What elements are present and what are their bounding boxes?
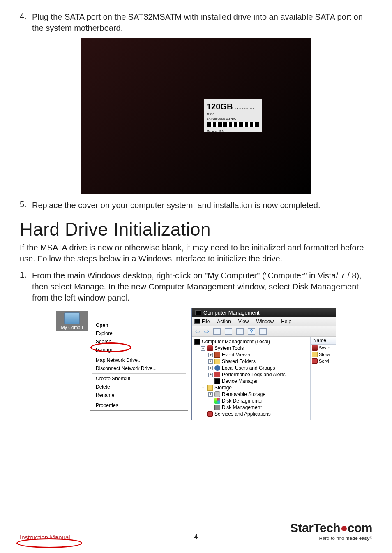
tree-services-label: Services and Applications [214,411,271,417]
ssd-spec: SATA III 6Gb/s 3.3VDC [207,117,236,120]
barcode-icon [207,122,259,127]
context-menu-screenshot: My Compu Open Explore Search... Manage M… [56,308,191,420]
brand-main: StarTech [290,521,340,534]
tree-shared-folders-label: Shared Folders [222,359,256,364]
tree-removable[interactable]: + Removable Storage [194,391,308,398]
context-menu: Open Explore Search... Manage Map Networ… [90,320,188,411]
tree-spacer [208,379,213,384]
menu-search[interactable]: Search... [90,338,188,346]
name-column-header[interactable]: Name [311,337,336,345]
step-1-text: From the main Windows desktop, right-cli… [32,270,372,303]
tree-device-manager-label: Device Manager [222,378,258,384]
tree-spacer [208,399,213,403]
window-body: Computer Management (Local) − System Too… [192,337,336,420]
expand-icon[interactable]: + [201,412,205,416]
menu-separator [92,355,186,355]
menubar: File Action View Window Help [192,317,336,326]
menu-help[interactable]: Help [281,319,291,324]
menu-disconnect-drive[interactable]: Disconnect Network Drive... [90,364,188,373]
step-4-text: Plug the SATA port on the SAT32MSATM wit… [32,12,372,34]
menu-separator [92,400,186,400]
menu-file[interactable]: File [202,319,210,324]
expand-icon[interactable]: + [208,392,213,397]
services-icon [207,411,213,417]
menu-rename[interactable]: Rename [90,391,188,399]
brand-logo: StarTech●com [290,521,372,535]
tree-removable-label: Removable Storage [222,391,265,397]
defrag-icon [214,398,220,404]
system-tools-icon [207,345,213,351]
tree-root[interactable]: Computer Management (Local) [194,338,308,345]
menu-open[interactable]: Open [90,321,188,329]
page-footer: Instruction Manual 4 StarTech●com Hard-t… [20,521,372,541]
system-tools-icon [312,345,318,351]
tree-defrag[interactable]: Disk Defragmenter [194,398,308,404]
my-computer-icon[interactable]: My Compu [56,311,88,331]
users-icon [214,365,220,371]
brand-dot-icon: ● [340,521,348,534]
tree-storage[interactable]: − Storage [194,384,308,391]
tree-event-viewer[interactable]: + Event Viewer [194,352,308,358]
menu-window[interactable]: Window [256,319,274,324]
step-1: 1. From the main Windows desktop, right-… [20,270,372,303]
footer-left-text: Instruction Manual [20,534,70,541]
tree-system-tools[interactable]: − System Tools [194,345,308,352]
tree-local-users[interactable]: + Local Users and Groups [194,365,308,371]
tree-disk-management-label: Disk Management [222,405,262,410]
step-5-number: 5. [20,200,32,211]
expand-icon[interactable]: + [208,373,213,377]
list-item[interactable]: Syste [311,345,336,351]
help-icon[interactable] [248,328,255,335]
ssd-made-in: Made in USA [207,130,224,133]
step-5: 5. Replace the cover on your computer sy… [20,200,372,211]
menu-map-drive[interactable]: Map Network Drive... [90,356,188,364]
menu-delete[interactable]: Delete [90,383,188,391]
expand-icon[interactable]: + [208,366,213,370]
expand-icon[interactable]: + [208,359,213,364]
menu-manage[interactable]: Manage [90,346,188,354]
toolbar-icon-4[interactable] [259,328,267,335]
disk-icon [214,405,220,410]
tree-device-manager[interactable]: Device Manager [194,378,308,384]
tree-event-viewer-label: Event Viewer [222,352,251,358]
toolbar-icon-1[interactable] [213,328,221,335]
menu-view[interactable]: View [238,319,249,324]
tree-defrag-label: Disk Defragmenter [222,398,263,404]
tree-disk-management[interactable]: Disk Management [194,404,308,411]
brand-tagline: Hard-to-find made easy® [290,536,372,541]
my-computer-label: My Compu [61,325,83,330]
list-item[interactable]: Stora [311,351,336,358]
window-title: Computer Management [203,310,260,316]
menu-action[interactable]: Action [217,319,231,324]
storage-icon [312,352,318,357]
step-4: 4. Plug the SATA port on the SAT32MSATM … [20,12,372,34]
ssd-capacity: 120GB [207,102,233,111]
tree-perf-logs[interactable]: + Performance Logs and Alerts [194,371,308,378]
tagline-b: made easy [346,536,370,541]
collapse-icon[interactable]: − [201,346,205,351]
tree-shared-folders[interactable]: + Shared Folders [194,358,308,365]
ssd-label: 120GB LBA: 234441648 120GB SATA III 6Gb/… [204,99,262,132]
collapse-icon[interactable]: − [201,386,205,390]
removable-icon [214,391,220,397]
back-button[interactable]: ⇦ [195,328,200,335]
step-4-number: 4. [20,12,32,34]
menu-create-shortcut[interactable]: Create Shortcut [90,375,188,383]
system-menu-icon[interactable] [194,319,200,324]
menu-properties[interactable]: Properties [90,401,188,410]
list-item-label: Stora [319,352,330,357]
tree-spacer [208,405,213,410]
window-titlebar: Computer Management [192,308,336,317]
storage-icon [207,385,213,391]
tree-services[interactable]: + Services and Applications [194,411,308,417]
expand-icon[interactable]: + [208,353,213,357]
registered-mark: ® [369,536,372,540]
toolbar-icon-2[interactable] [225,328,232,335]
toolbar-icon-3[interactable] [236,328,244,335]
menu-explore[interactable]: Explore [90,329,188,338]
tree-pane: Computer Management (Local) − System Too… [192,337,310,420]
menu-separator [92,373,186,374]
list-item[interactable]: Servi [311,358,336,364]
services-icon [312,358,318,364]
forward-button[interactable]: ⇨ [204,328,209,335]
